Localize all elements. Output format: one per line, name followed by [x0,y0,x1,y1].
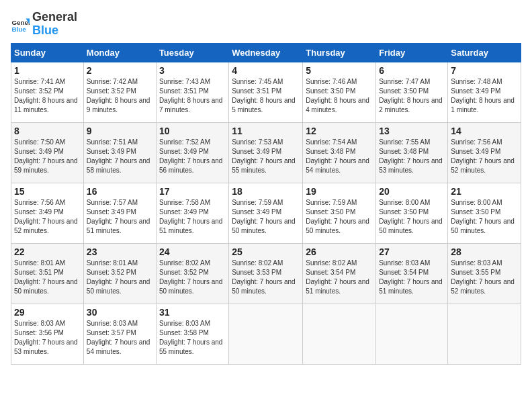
calendar-cell: 12Sunrise: 7:54 AMSunset: 3:48 PMDayligh… [303,122,376,183]
calendar-cell: 22Sunrise: 8:01 AMSunset: 3:51 PMDayligh… [11,243,84,304]
day-number: 31 [159,307,226,318]
day-number: 7 [451,65,518,76]
day-number: 27 [379,246,445,257]
day-number: 29 [14,307,81,318]
day-number: 11 [232,126,300,136]
col-header-monday: Monday [83,43,156,62]
day-number: 23 [87,246,153,257]
day-info: Sunrise: 8:03 AMSunset: 3:58 PMDaylight:… [159,319,226,357]
day-info: Sunrise: 7:58 AMSunset: 3:49 PMDaylight:… [159,198,226,236]
day-number: 10 [159,126,226,136]
day-info: Sunrise: 7:56 AMSunset: 3:49 PMDaylight:… [14,198,81,236]
calendar-cell: 21Sunrise: 8:00 AMSunset: 3:50 PMDayligh… [448,183,521,243]
day-info: Sunrise: 7:52 AMSunset: 3:49 PMDaylight:… [159,138,226,175]
calendar-cell: 29Sunrise: 8:03 AMSunset: 3:56 PMDayligh… [11,304,84,364]
calendar-cell: 15Sunrise: 7:56 AMSunset: 3:49 PMDayligh… [11,183,84,243]
day-number: 26 [306,246,373,257]
day-number: 16 [87,186,153,197]
day-info: Sunrise: 8:01 AMSunset: 3:51 PMDaylight:… [14,259,81,296]
calendar-cell [303,304,376,364]
svg-text:Blue: Blue [11,26,26,33]
logo: General Blue GeneralBlue [11,11,77,38]
calendar-cell: 27Sunrise: 8:03 AMSunset: 3:54 PMDayligh… [376,243,448,304]
day-number: 15 [14,186,81,197]
calendar-cell: 31Sunrise: 8:03 AMSunset: 3:58 PMDayligh… [156,304,228,364]
day-number: 1 [14,65,81,76]
col-header-wednesday: Wednesday [229,43,303,62]
calendar-cell: 10Sunrise: 7:52 AMSunset: 3:49 PMDayligh… [156,122,228,183]
day-number: 8 [14,126,81,136]
day-number: 2 [87,65,153,76]
day-number: 19 [306,186,373,197]
day-number: 22 [14,246,81,257]
day-info: Sunrise: 8:03 AMSunset: 3:56 PMDaylight:… [14,319,81,357]
day-info: Sunrise: 8:00 AMSunset: 3:50 PMDaylight:… [379,198,445,236]
calendar-cell: 4Sunrise: 7:45 AMSunset: 3:51 PMDaylight… [229,62,303,122]
day-info: Sunrise: 7:47 AMSunset: 3:50 PMDaylight:… [379,77,445,115]
calendar-table: SundayMondayTuesdayWednesdayThursdayFrid… [11,43,521,365]
day-info: Sunrise: 8:03 AMSunset: 3:54 PMDaylight:… [379,259,445,296]
logo-icon: General Blue [11,15,30,34]
day-info: Sunrise: 7:43 AMSunset: 3:51 PMDaylight:… [159,77,226,115]
col-header-friday: Friday [376,43,448,62]
day-info: Sunrise: 7:56 AMSunset: 3:49 PMDaylight:… [451,138,518,175]
calendar-cell: 13Sunrise: 7:55 AMSunset: 3:48 PMDayligh… [376,122,448,183]
calendar-cell [376,304,448,364]
day-info: Sunrise: 8:03 AMSunset: 3:55 PMDaylight:… [451,259,518,296]
calendar-cell: 8Sunrise: 7:50 AMSunset: 3:49 PMDaylight… [11,122,84,183]
calendar-cell: 26Sunrise: 8:02 AMSunset: 3:54 PMDayligh… [303,243,376,304]
day-info: Sunrise: 7:45 AMSunset: 3:51 PMDaylight:… [232,77,300,115]
calendar-cell: 14Sunrise: 7:56 AMSunset: 3:49 PMDayligh… [448,122,521,183]
calendar-cell: 24Sunrise: 8:02 AMSunset: 3:52 PMDayligh… [156,243,228,304]
day-info: Sunrise: 7:48 AMSunset: 3:49 PMDaylight:… [451,77,518,115]
calendar-cell: 20Sunrise: 8:00 AMSunset: 3:50 PMDayligh… [376,183,448,243]
day-number: 6 [379,65,445,76]
day-number: 20 [379,186,445,197]
page-header: General Blue GeneralBlue [11,11,521,38]
calendar-cell: 28Sunrise: 8:03 AMSunset: 3:55 PMDayligh… [448,243,521,304]
calendar-cell: 3Sunrise: 7:43 AMSunset: 3:51 PMDaylight… [156,62,228,122]
day-info: Sunrise: 7:57 AMSunset: 3:49 PMDaylight:… [87,198,153,236]
day-number: 21 [451,186,518,197]
day-info: Sunrise: 8:03 AMSunset: 3:57 PMDaylight:… [87,319,153,357]
calendar-cell: 17Sunrise: 7:58 AMSunset: 3:49 PMDayligh… [156,183,228,243]
day-number: 3 [159,65,226,76]
calendar-cell [229,304,303,364]
day-info: Sunrise: 7:59 AMSunset: 3:49 PMDaylight:… [232,198,300,236]
col-header-tuesday: Tuesday [156,43,228,62]
day-info: Sunrise: 7:41 AMSunset: 3:52 PMDaylight:… [14,77,81,115]
calendar-cell: 16Sunrise: 7:57 AMSunset: 3:49 PMDayligh… [83,183,156,243]
day-info: Sunrise: 7:54 AMSunset: 3:48 PMDaylight:… [306,138,373,175]
day-info: Sunrise: 7:46 AMSunset: 3:50 PMDaylight:… [306,77,373,115]
day-info: Sunrise: 7:59 AMSunset: 3:50 PMDaylight:… [306,198,373,236]
calendar-cell: 23Sunrise: 8:01 AMSunset: 3:52 PMDayligh… [83,243,156,304]
day-number: 5 [306,65,373,76]
day-number: 17 [159,186,226,197]
day-info: Sunrise: 7:53 AMSunset: 3:49 PMDaylight:… [232,138,300,175]
calendar-cell: 18Sunrise: 7:59 AMSunset: 3:49 PMDayligh… [229,183,303,243]
day-info: Sunrise: 7:55 AMSunset: 3:48 PMDaylight:… [379,138,445,175]
day-number: 12 [306,126,373,136]
col-header-thursday: Thursday [303,43,376,62]
day-number: 28 [451,246,518,257]
calendar-cell: 19Sunrise: 7:59 AMSunset: 3:50 PMDayligh… [303,183,376,243]
day-number: 9 [87,126,153,136]
day-number: 14 [451,126,518,136]
day-number: 4 [232,65,300,76]
calendar-cell: 6Sunrise: 7:47 AMSunset: 3:50 PMDaylight… [376,62,448,122]
calendar-cell: 7Sunrise: 7:48 AMSunset: 3:49 PMDaylight… [448,62,521,122]
calendar-cell: 5Sunrise: 7:46 AMSunset: 3:50 PMDaylight… [303,62,376,122]
day-info: Sunrise: 8:02 AMSunset: 3:52 PMDaylight:… [159,259,226,296]
calendar-cell: 9Sunrise: 7:51 AMSunset: 3:49 PMDaylight… [83,122,156,183]
day-number: 13 [379,126,445,136]
day-number: 25 [232,246,300,257]
day-info: Sunrise: 8:01 AMSunset: 3:52 PMDaylight:… [87,259,153,296]
day-info: Sunrise: 8:02 AMSunset: 3:53 PMDaylight:… [232,259,300,296]
day-number: 30 [87,307,153,318]
calendar-cell: 25Sunrise: 8:02 AMSunset: 3:53 PMDayligh… [229,243,303,304]
col-header-sunday: Sunday [11,43,84,62]
day-info: Sunrise: 8:02 AMSunset: 3:54 PMDaylight:… [306,259,373,296]
calendar-cell: 1Sunrise: 7:41 AMSunset: 3:52 PMDaylight… [11,62,84,122]
day-number: 18 [232,186,300,197]
col-header-saturday: Saturday [448,43,521,62]
